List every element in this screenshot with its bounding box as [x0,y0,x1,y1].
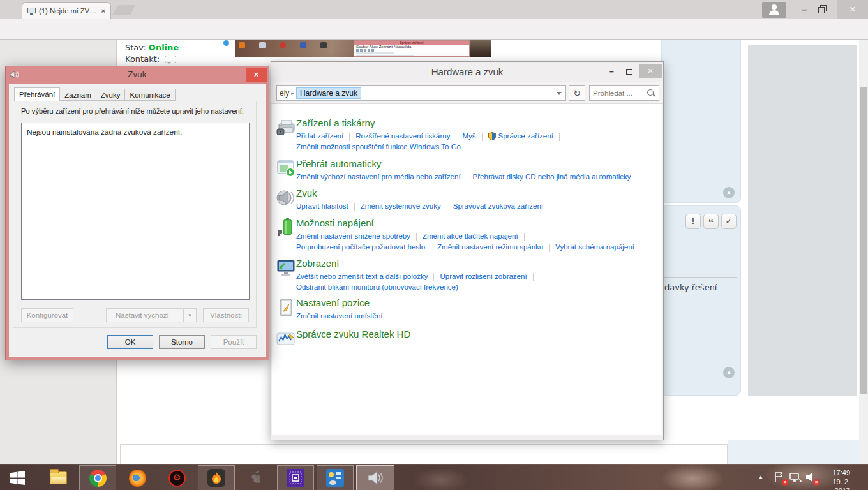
dialog-close-button[interactable]: × [246,68,267,82]
link-vychozi-nastaveni-media[interactable]: Změnit výchozí nastavení pro média nebo … [296,173,461,181]
link-nastaveni-umisteni[interactable]: Změnit nastavení umístění [296,312,383,320]
sound-icon[interactable] [276,188,296,208]
category-title[interactable]: Nastavení pozice [296,297,654,309]
link-systemove-zvuky[interactable]: Změnit systémové zvuky [361,202,441,210]
volume-icon[interactable]: × [805,471,818,484]
link-zvetsit-zmensit-text[interactable]: Zvětšit nebo zmenšit text a další položk… [296,272,428,280]
link-akce-tlacitek[interactable]: Změnit akce tlačítek napájení [423,232,518,240]
address-dropdown-icon[interactable] [557,92,562,98]
page-scrollbar-thumb[interactable] [860,87,867,394]
cpu-chip-app-button[interactable] [277,465,314,490]
accept-button[interactable]: ✓ [721,214,737,229]
power-icon[interactable] [276,218,296,238]
tab-close-icon[interactable]: × [100,7,107,15]
category-title[interactable]: Možnosti napájení [296,218,654,229]
playback-device-list[interactable]: Nejsou nainstalována žádná zvuková zaříz… [21,122,250,300]
apply-button[interactable]: Použít [211,335,257,349]
location-icon[interactable] [276,297,296,318]
tray-expand-icon[interactable]: ▲ [758,474,763,480]
scroll-top-button[interactable]: ▲ [723,187,735,198]
link-prehravat-cd[interactable]: Přehrávat disky CD nebo jiná média autom… [473,173,631,181]
cp-close-button[interactable]: × [639,64,662,78]
cp-minimize-button[interactable]: – [603,64,620,78]
forum-post-screenshot[interactable]: Správce zařízení Soubor Akce Zobrazit Ná… [235,40,491,57]
set-default-button[interactable]: Nastavit výchozí ▼ [106,308,197,322]
link-spravce-zarizeni[interactable]: Správce zařízení [488,132,553,140]
browser-restore-button[interactable] [818,5,827,13]
display-icon[interactable] [276,258,296,278]
category-title[interactable]: Správce zvuku Realtek HD [296,329,654,340]
profile-button[interactable] [762,2,786,18]
chrome-button[interactable] [79,465,116,490]
uac-shield-icon [488,132,496,140]
link-pridat-zarizeni[interactable]: Přidat zařízení [296,132,343,140]
message-bubble-icon[interactable] [165,56,176,63]
chrome-icon [89,470,107,487]
file-explorer-button[interactable] [40,465,77,490]
link-snizena-spotreba[interactable]: Změnit nastavení snížené spotřeby [296,232,410,240]
cp-search-box[interactable] [589,85,659,101]
link-schema-napajeni[interactable]: Vybrat schéma napájení [555,243,634,251]
configure-button[interactable]: Konfigurovat [21,308,73,322]
quoted-content-panel [748,45,857,396]
ok-button[interactable]: OK [107,335,153,349]
link-spravovat-zvukova-zarizeni[interactable]: Spravovat zvuková zařízení [453,202,543,210]
firefox-button[interactable] [119,465,156,490]
grapes-app-button[interactable] [237,465,274,490]
driver-booster-button[interactable]: ⚙ [158,465,195,490]
muted-badge: × [813,479,819,486]
new-tab-button[interactable] [112,5,136,15]
devices-printers-icon[interactable] [276,117,296,138]
post-image-mini-window: Správce zařízení Soubor Akce Zobrazit Ná… [354,40,470,57]
browser-close-button[interactable]: × [837,0,868,19]
taskbar: ⚙ ▲ × × 17:49 19. 2. 2017 [0,464,868,490]
link-rozliseni[interactable]: Upravit rozlišení zobrazení [440,272,527,280]
system-tool-button[interactable] [317,465,354,490]
realtek-icon[interactable] [276,329,296,349]
search-input[interactable] [593,89,644,97]
post-image-desktop-icon [259,42,266,48]
taskbar-clock[interactable]: 17:49 19. 2. 2017 [832,468,850,490]
speaker-icon [366,469,384,487]
link-pozadovat-heslo[interactable]: Po probuzení počítače požadovat heslo [296,243,425,251]
category-title[interactable]: Zařízení a tiskárny [296,117,654,129]
forum-bottom-box [120,444,728,464]
cp-maximize-button[interactable] [621,64,638,78]
post-toolbar: ! “ ✓ [685,214,737,229]
scroll-top-button[interactable]: ▲ [723,367,735,378]
cp-toolbar: ely ▸ Hardware a zvuk ↻ [271,82,663,104]
quote-button[interactable]: “ [703,214,719,229]
browser-tab[interactable]: (1) Nejde mi ZVUK ! - PC × [22,2,111,19]
start-button[interactable] [0,465,34,490]
mini-window-tree-line [356,55,414,57]
refresh-button[interactable]: ↻ [569,85,585,101]
tab-zvuky[interactable]: Zvuky [96,89,126,101]
link-mys[interactable]: Myš [462,132,475,140]
tab-prehravani[interactable]: Přehrávání [14,87,60,101]
action-center-icon[interactable]: × [774,471,786,484]
properties-button[interactable]: Vlastnosti [203,308,249,322]
link-blikani-monitoru[interactable]: Odstranit blikání monitoru (obnovovací f… [296,283,458,291]
browser-minimize-button[interactable]: – [797,2,812,17]
tab-komunikace[interactable]: Komunikace [124,89,175,101]
link-upravit-hlasitost[interactable]: Upravit hlasitost [296,202,348,210]
report-button[interactable]: ! [685,214,701,229]
link-rezim-spanku[interactable]: Změnit nastavení režimu spánku [437,243,543,251]
network-icon[interactable] [789,471,802,484]
link-rozsirene-nastaveni-tiskarny[interactable]: Rozšířené nastavení tiskárny [355,132,450,140]
tab-title: (1) Nejde mi ZVUK ! - PC [39,7,100,15]
breadcrumb-current[interactable]: Hardware a zvuk [296,87,361,99]
tab-zaznam[interactable]: Záznam [59,89,96,101]
flame-app-button[interactable] [198,465,235,490]
category-title[interactable]: Zvuk [296,188,654,199]
sound-window-button[interactable] [356,465,394,490]
autoplay-icon[interactable] [276,158,296,179]
browser-tab-bar: (1) Nejde mi ZVUK ! - PC × – × [0,0,868,19]
set-default-dropdown-icon[interactable]: ▼ [183,309,196,322]
category-title[interactable]: Přehrát automaticky [296,158,654,170]
cancel-button[interactable]: Storno [159,335,205,349]
dialog-titlebar[interactable]: Zvuk × [6,66,269,84]
cp-address-bar[interactable]: ely ▸ Hardware a zvuk [276,85,566,101]
link-windows-to-go[interactable]: Změnit možnosti spouštění funkce Windows… [296,143,461,151]
category-title[interactable]: Zobrazení [296,258,654,269]
